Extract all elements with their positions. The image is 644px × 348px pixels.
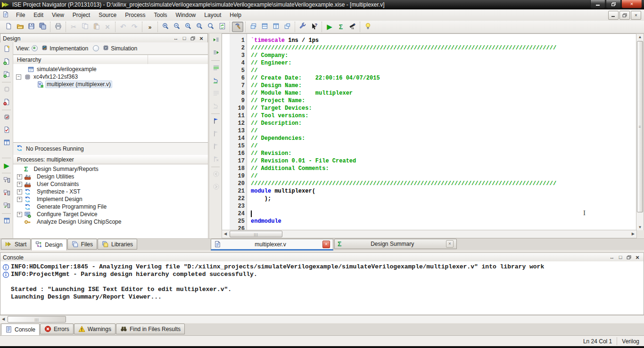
tile-vertically-button[interactable] xyxy=(270,22,281,32)
outdent-button[interactable] xyxy=(210,34,222,46)
panel-tab-libraries[interactable]: Libraries xyxy=(98,239,137,250)
find-in-files-button[interactable] xyxy=(205,22,216,32)
zoom-region-button[interactable] xyxy=(194,22,205,32)
tile-horizontally-button[interactable] xyxy=(259,22,270,32)
hierarchy-item[interactable]: simulateVerilogexample xyxy=(13,65,208,73)
cascade-windows-button[interactable] xyxy=(248,22,259,32)
editor-horizontal-scrollbar[interactable]: ◀ ||| ▶ xyxy=(222,230,637,238)
redo-button[interactable]: ↷ xyxy=(129,22,140,32)
process-item[interactable]: +User Constraints xyxy=(13,180,208,188)
console-horizontal-scrollbar[interactable]: ◀ ||| xyxy=(0,315,644,323)
create-core-button[interactable] xyxy=(0,84,13,96)
menu-source[interactable]: Source xyxy=(94,10,121,20)
process-item[interactable]: Analyze Design Using ChipScope xyxy=(13,218,208,226)
compile-mode-button[interactable] xyxy=(232,22,243,32)
process-item[interactable]: +Synthesize - XST xyxy=(13,188,208,195)
revert-selected-lines-button[interactable] xyxy=(210,75,222,87)
next-bookmark-button[interactable] xyxy=(210,128,222,140)
tree-expander[interactable]: + xyxy=(17,174,22,179)
minimize-button[interactable] xyxy=(590,0,605,8)
scroll-up-arrow[interactable]: ▲ xyxy=(636,35,644,39)
hierarchy-item[interactable]: Vmultiplexer (multiplexer.v) xyxy=(13,81,208,88)
code-area[interactable]: 1`timescale 1ns / 1ps2//////////////////… xyxy=(222,33,637,231)
scroll-left-arrow[interactable]: ◀ xyxy=(2,317,5,321)
tree-expander[interactable]: − xyxy=(16,74,21,80)
process-item[interactable]: +Implement Design xyxy=(13,195,208,203)
prev-bookmark-button[interactable] xyxy=(210,141,222,153)
design-panel-dock-button[interactable]: ↔ xyxy=(172,35,180,42)
console-tab-console[interactable]: Console xyxy=(1,324,40,335)
menu-tools[interactable]: Tools xyxy=(150,10,172,20)
restore-button[interactable] xyxy=(606,0,621,8)
console-tab-warnings[interactable]: Warnings xyxy=(74,324,116,334)
menu-layout[interactable]: Layout xyxy=(200,10,225,20)
menu-edit[interactable]: Edit xyxy=(29,10,48,20)
console-tab-find-in-files-results[interactable]: Find in Files Results xyxy=(116,324,185,334)
console-scroll-thumb[interactable]: ||| xyxy=(8,316,66,323)
process-item[interactable]: ΣDesign Summary/Reports xyxy=(13,165,208,173)
run-process-button[interactable]: ▶ xyxy=(324,22,335,32)
process-item[interactable]: +Design Utilities xyxy=(13,173,208,180)
design-panel-maximize-button[interactable]: □ xyxy=(181,35,188,42)
nav-back-button[interactable] xyxy=(210,169,222,180)
scroll-down-arrow[interactable]: ▼ xyxy=(636,226,644,229)
nav-forward-button[interactable] xyxy=(210,181,222,193)
project-settings-button[interactable] xyxy=(297,22,308,32)
vertical-scroll-thumb[interactable]: ≡ xyxy=(637,41,643,212)
view-report-button[interactable] xyxy=(0,124,13,136)
undo-button[interactable]: ↶ xyxy=(117,22,129,32)
design-summary-button[interactable]: Σ xyxy=(335,22,347,32)
print-button[interactable] xyxy=(52,22,64,32)
rerun-all-button[interactable] xyxy=(0,200,13,212)
save-all-button[interactable] xyxy=(37,22,48,32)
editor-tab-design-summary[interactable]: ΣDesign Summary× xyxy=(334,239,457,249)
implementation-radio[interactable] xyxy=(32,45,38,51)
console-panel-float-button[interactable] xyxy=(625,254,633,261)
console-panel-dock-button[interactable]: ↔ xyxy=(608,254,616,261)
delete-button[interactable]: ✕ xyxy=(102,22,113,32)
editor-vertical-scrollbar[interactable]: ▲ ≡ ▼ xyxy=(636,33,644,231)
mdi-restore-button[interactable] xyxy=(619,11,630,20)
paste-button[interactable] xyxy=(91,22,102,32)
float-window-button[interactable] xyxy=(281,22,293,32)
stop-button[interactable] xyxy=(0,187,13,199)
design-panel-float-button[interactable] xyxy=(189,35,197,42)
simulation-radio[interactable] xyxy=(93,45,99,51)
menu-window[interactable]: Window xyxy=(172,10,200,20)
hierarchy-item[interactable]: −xc4vfx12-12sf363 xyxy=(13,73,208,81)
mdi-close-button[interactable]: × xyxy=(631,11,641,20)
menu-view[interactable]: View xyxy=(48,10,68,20)
zoom-full-view-button[interactable] xyxy=(182,22,194,32)
menu-file[interactable]: File xyxy=(12,10,29,20)
close-tab-button[interactable]: × xyxy=(322,241,330,248)
new-file-button[interactable] xyxy=(3,22,14,32)
scroll-left-arrow[interactable]: ◀ xyxy=(224,232,227,236)
close-button[interactable]: × xyxy=(621,0,642,8)
refresh-design-summary-button[interactable] xyxy=(216,22,228,32)
panel-tab-start[interactable]: Start xyxy=(1,239,31,250)
menu-help[interactable]: Help xyxy=(225,10,246,20)
design-panel-close-button[interactable]: × xyxy=(198,35,205,42)
new-source-button[interactable] xyxy=(0,43,13,55)
add-copy-of-source-button[interactable] xyxy=(0,69,13,81)
run-button[interactable]: ▶ xyxy=(0,160,13,171)
tree-expander[interactable]: + xyxy=(17,189,22,194)
design-properties-button[interactable] xyxy=(0,112,13,123)
zoom-out-button[interactable] xyxy=(171,22,182,32)
more-tools-button[interactable]: » xyxy=(144,22,156,32)
toggle-bookmark-button[interactable] xyxy=(210,115,222,127)
console-panel-maximize-button[interactable]: □ xyxy=(617,254,624,261)
console-tab-errors[interactable]: Errors xyxy=(40,324,74,334)
show-process-columns-button[interactable] xyxy=(0,215,13,227)
panel-tab-design[interactable]: Design xyxy=(31,239,66,251)
copy-button[interactable] xyxy=(79,22,91,32)
mdi-minimize-button[interactable] xyxy=(608,11,619,20)
add-source-button[interactable] xyxy=(0,56,13,68)
zoom-in-button[interactable] xyxy=(160,22,171,32)
console-output[interactable]: INFO:HDLCompiler:1845 - Analyzing Verilo… xyxy=(0,261,644,315)
panel-tab-files[interactable]: Files xyxy=(67,239,97,250)
process-item[interactable]: Generate Programming File xyxy=(13,203,208,210)
cut-button[interactable]: ✂ xyxy=(68,22,79,32)
menu-project[interactable]: Project xyxy=(68,10,94,20)
editor-tab-multiplexer.v[interactable]: multiplexer.v× xyxy=(211,239,333,251)
